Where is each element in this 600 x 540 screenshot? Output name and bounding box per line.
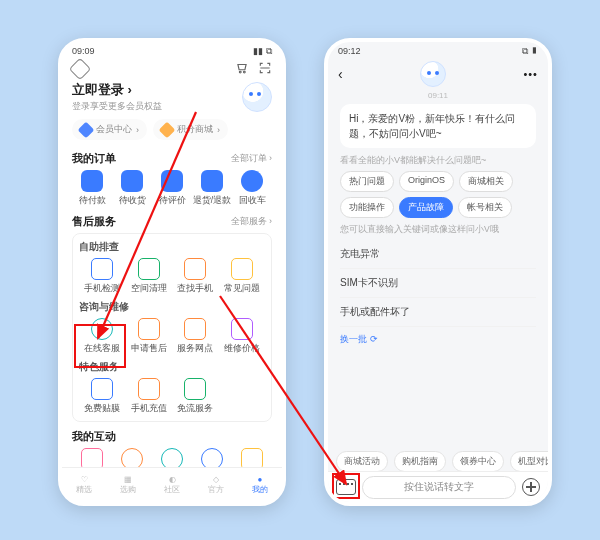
wallet-icon xyxy=(81,170,103,192)
after-title: 售后服务 xyxy=(72,214,116,229)
q-charge[interactable]: 充电异常 xyxy=(340,240,536,269)
tag-account[interactable]: 帐号相关 xyxy=(458,197,512,218)
order-pending-receive[interactable]: 待收货 xyxy=(112,170,152,207)
consult-online[interactable]: 在线客服 xyxy=(79,318,126,355)
globe-icon: ◐ xyxy=(169,475,176,484)
nav-official[interactable]: ◇官方 xyxy=(194,468,238,502)
sugg-2[interactable]: 购机指南 xyxy=(394,451,446,472)
faq-icon xyxy=(231,258,253,280)
cart-icon[interactable] xyxy=(235,61,249,75)
chat-topbar: ‹ ••• xyxy=(328,59,548,89)
self-faq[interactable]: 常见问题 xyxy=(219,258,266,295)
tag-originos[interactable]: OriginOS xyxy=(399,171,454,192)
order-recycle[interactable]: 回收车 xyxy=(232,170,272,207)
recycle-icon xyxy=(241,170,263,192)
suggestion-row: 商城活动 购机指南 领券中心 机型对比 以 xyxy=(328,451,548,472)
consult-store[interactable]: 服务网点 xyxy=(172,318,219,355)
question-list: 充电异常 SIM卡不识别 手机或配件坏了 xyxy=(340,240,536,327)
status-bar: 09:12 ⧉ ▮ xyxy=(328,42,548,59)
broom-icon xyxy=(138,258,160,280)
self-find[interactable]: 查找手机 xyxy=(172,258,219,295)
avatar[interactable] xyxy=(242,82,272,112)
input-hint: 您可以直接输入关键词或像这样问小V哦 xyxy=(340,224,536,236)
sugg-3[interactable]: 领券中心 xyxy=(452,451,504,472)
help-subtitle: 看看全能的小V都能解决什么问题吧~ xyxy=(340,154,536,167)
store-icon xyxy=(184,318,206,340)
svg-point-0 xyxy=(239,71,241,73)
heart-icon: ♡ xyxy=(81,475,88,484)
orders-all-link[interactable]: 全部订单 › xyxy=(231,152,273,165)
order-pending-pay[interactable]: 待付款 xyxy=(72,170,112,207)
chat-icon xyxy=(161,170,183,192)
voice-input[interactable]: 按住说话转文字 xyxy=(362,476,516,499)
group-special: 特色服务 xyxy=(79,361,265,374)
tag-row: 热门问题 OriginOS 商城相关 功能操作 产品故障 帐号相关 xyxy=(340,171,536,218)
self-check[interactable]: 手机检测 xyxy=(79,258,126,295)
coin-icon xyxy=(159,121,176,138)
scan-icon[interactable] xyxy=(258,61,272,75)
status-time: 09:09 xyxy=(72,46,95,57)
plus-button[interactable] xyxy=(522,478,540,496)
orders-row: 待付款 待收货 待评价 退货/退款 回收车 xyxy=(72,170,272,207)
sugg-1[interactable]: 商城活动 xyxy=(336,451,388,472)
box-icon xyxy=(121,170,143,192)
login-sub: 登录享受更多会员权益 xyxy=(72,101,162,113)
back-button[interactable]: ‹ xyxy=(338,66,343,82)
keyboard-icon[interactable] xyxy=(336,479,356,495)
order-pending-review[interactable]: 待评价 xyxy=(152,170,192,207)
person-icon: ● xyxy=(258,475,263,484)
more-button[interactable]: ••• xyxy=(523,68,538,80)
topbar xyxy=(62,59,282,81)
q-broken[interactable]: 手机或配件坏了 xyxy=(340,298,536,327)
refresh-link[interactable]: 换一批 ⟳ xyxy=(340,333,536,346)
after-sales-card: 自助排查 手机检测 空间清理 查找手机 常见问题 咨询与维修 在线客服 申请售后… xyxy=(72,233,272,422)
dataless-icon xyxy=(184,378,206,400)
special-film[interactable]: 免费贴膜 xyxy=(79,378,126,415)
headset-icon xyxy=(91,318,113,340)
consult-price[interactable]: 维修价格 xyxy=(219,318,266,355)
settings-icon[interactable] xyxy=(72,61,88,77)
bot-avatar xyxy=(420,61,446,87)
after-all-link[interactable]: 全部服务 › xyxy=(231,215,273,228)
q-sim[interactable]: SIM卡不识别 xyxy=(340,269,536,298)
diamond-icon xyxy=(78,121,95,138)
self-clean[interactable]: 空间清理 xyxy=(126,258,173,295)
chat-timestamp: 09:11 xyxy=(328,91,548,100)
nav-shop[interactable]: ▦选购 xyxy=(106,468,150,502)
group-consult: 咨询与维修 xyxy=(79,301,265,314)
phone-right: 09:12 ⧉ ▮ ‹ ••• 09:11 Hi，亲爱的V粉，新年快乐！有什么问… xyxy=(324,38,552,506)
film-icon xyxy=(91,378,113,400)
form-icon xyxy=(138,318,160,340)
status-time: 09:12 xyxy=(338,46,361,57)
diamond-icon: ◇ xyxy=(213,475,219,484)
interact-title: 我的互动 xyxy=(72,429,116,444)
price-icon xyxy=(231,318,253,340)
status-bar: 09:09 ▮▮ ⧉ xyxy=(62,42,282,59)
login-title: 立即登录 xyxy=(72,82,124,97)
tag-hot[interactable]: 热门问题 xyxy=(340,171,394,192)
tag-mall[interactable]: 商城相关 xyxy=(459,171,513,192)
order-refund[interactable]: 退货/退款 xyxy=(192,170,232,207)
status-icons: ▮▮ ⧉ xyxy=(253,46,272,57)
nav-mine[interactable]: ●我的 xyxy=(238,468,282,502)
consult-apply[interactable]: 申请售后 xyxy=(126,318,173,355)
chevron-right-icon: › xyxy=(124,82,132,97)
sugg-4[interactable]: 机型对比 xyxy=(510,451,548,472)
phone-left: 09:09 ▮▮ ⧉ 立即登录 › 登录享受更多会员权益 会员中心› 积分商城›… xyxy=(58,38,286,506)
input-bar: 按住说话转文字 xyxy=(328,471,548,502)
nav-home[interactable]: ♡精选 xyxy=(62,468,106,502)
tag-fault[interactable]: 产品故障 xyxy=(399,197,453,218)
nav-community[interactable]: ◐社区 xyxy=(150,468,194,502)
special-dataless[interactable]: 免流服务 xyxy=(172,378,219,415)
svg-point-1 xyxy=(243,71,245,73)
special-recharge[interactable]: 手机充值 xyxy=(126,378,173,415)
chip-member[interactable]: 会员中心› xyxy=(72,119,147,140)
chevron-right-icon: › xyxy=(217,125,220,135)
chevron-right-icon: › xyxy=(136,125,139,135)
tag-function[interactable]: 功能操作 xyxy=(340,197,394,218)
refund-icon xyxy=(201,170,223,192)
login-row[interactable]: 立即登录 › 登录享受更多会员权益 xyxy=(62,81,282,113)
bottom-nav: ♡精选 ▦选购 ◐社区 ◇官方 ●我的 xyxy=(62,467,282,502)
chip-points[interactable]: 积分商城› xyxy=(153,119,228,140)
chat-bubble-greeting: Hi，亲爱的V粉，新年快乐！有什么问题，不妨问问小V吧~ xyxy=(340,104,536,148)
